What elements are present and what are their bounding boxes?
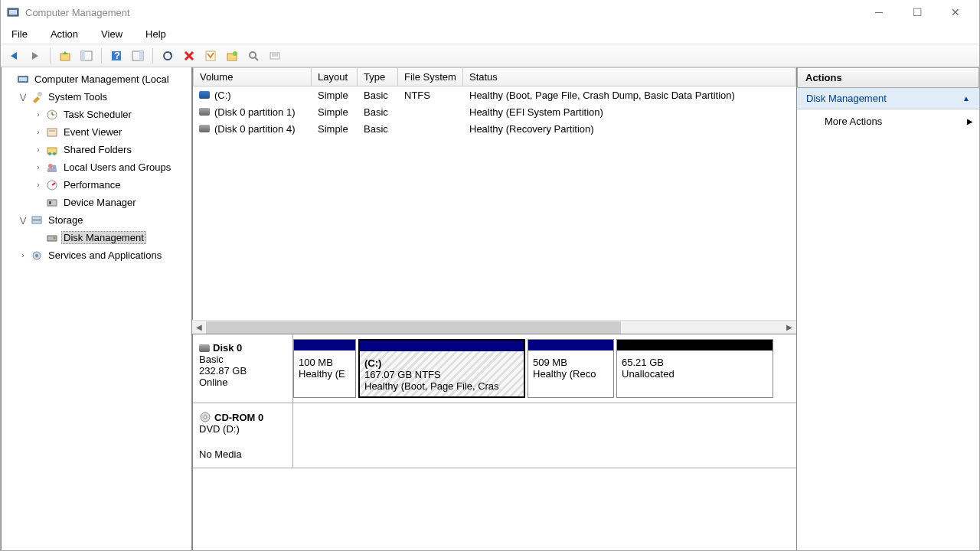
disk-label[interactable]: Disk 0 Basic 232.87 GB Online bbox=[193, 334, 292, 403]
settings-button[interactable] bbox=[266, 47, 283, 64]
tree-disk-management[interactable]: Disk Management bbox=[5, 229, 191, 246]
partition[interactable]: 100 MBHealthy (E bbox=[293, 339, 356, 398]
tree-performance[interactable]: ›Performance bbox=[5, 176, 191, 194]
col-layout[interactable]: Layout bbox=[312, 67, 358, 86]
delete-button[interactable] bbox=[181, 47, 198, 64]
app-icon bbox=[7, 6, 19, 18]
tree-shared-folders[interactable]: ›Shared Folders bbox=[5, 141, 191, 158]
tree-local-users[interactable]: ›Local Users and Groups bbox=[5, 158, 191, 176]
svg-point-39 bbox=[54, 236, 56, 239]
properties-button[interactable] bbox=[202, 47, 219, 64]
partition-unallocated[interactable]: 65.21 GBUnallocated bbox=[616, 339, 773, 398]
scroll-left-icon[interactable]: ◀ bbox=[192, 323, 206, 331]
svg-point-20 bbox=[38, 92, 42, 96]
cdrom-label[interactable]: CD-ROM 0 DVD (D:) No Media bbox=[193, 403, 292, 468]
svg-rect-4 bbox=[81, 51, 85, 60]
menu-file[interactable]: File bbox=[7, 27, 32, 41]
help-button[interactable]: ? bbox=[108, 47, 125, 64]
action-more[interactable]: More Actions ▶ bbox=[797, 109, 979, 133]
horizontal-scrollbar[interactable]: ◀ ▶ bbox=[192, 320, 796, 334]
up-button[interactable] bbox=[57, 47, 74, 64]
svg-rect-8 bbox=[139, 51, 143, 60]
tools-icon bbox=[31, 91, 43, 103]
actions-pane: Actions Disk Management ▲ More Actions ▶ bbox=[797, 67, 979, 551]
scroll-thumb[interactable] bbox=[206, 321, 621, 334]
show-hide-tree-button[interactable] bbox=[78, 47, 95, 64]
tree-task-scheduler[interactable]: ›Task Scheduler bbox=[5, 106, 191, 123]
svg-point-29 bbox=[48, 164, 53, 168]
clock-icon bbox=[46, 109, 58, 121]
action-section[interactable]: Disk Management ▲ bbox=[797, 88, 979, 109]
tree-storage[interactable]: ⋁Storage bbox=[5, 211, 191, 229]
partition[interactable]: 509 MBHealthy (Reco bbox=[528, 339, 614, 398]
drive-icon bbox=[199, 125, 210, 132]
tree-device-manager[interactable]: Device Manager bbox=[5, 194, 191, 211]
disk-icon bbox=[46, 232, 58, 244]
back-button[interactable] bbox=[5, 47, 22, 64]
collapse-icon: ▲ bbox=[962, 94, 970, 103]
volume-row[interactable]: (C:) Simple Basic NTFS Healthy (Boot, Pa… bbox=[193, 86, 796, 103]
disk-graphical-view: Disk 0 Basic 232.87 GB Online 100 MBHeal… bbox=[192, 334, 796, 551]
svg-point-12 bbox=[233, 51, 237, 56]
disk-row[interactable]: Disk 0 Basic 232.87 GB Online 100 MBHeal… bbox=[193, 334, 796, 403]
tree-event-viewer[interactable]: ›Event Viewer bbox=[5, 123, 191, 141]
new-button[interactable] bbox=[224, 47, 240, 64]
navigation-tree[interactable]: Computer Management (Local ⋁System Tools… bbox=[1, 67, 192, 551]
volume-list[interactable]: Volume Layout Type File System Status (C… bbox=[192, 67, 796, 320]
svg-rect-37 bbox=[32, 220, 41, 223]
col-volume[interactable]: Volume bbox=[193, 67, 312, 86]
volume-row[interactable]: (Disk 0 partition 1) Simple Basic Health… bbox=[193, 103, 796, 120]
svg-point-41 bbox=[35, 254, 38, 257]
maximize-button[interactable]: ☐ bbox=[906, 6, 929, 18]
event-icon bbox=[46, 126, 58, 139]
close-button[interactable]: ✕ bbox=[944, 6, 967, 18]
tree-system-tools[interactable]: ⋁System Tools bbox=[5, 88, 191, 106]
hdd-icon bbox=[199, 344, 210, 352]
scroll-right-icon[interactable]: ▶ bbox=[782, 323, 796, 331]
svg-rect-24 bbox=[47, 129, 57, 136]
menu-view[interactable]: View bbox=[96, 27, 127, 41]
computer-icon bbox=[17, 73, 29, 86]
submenu-icon: ▶ bbox=[967, 117, 973, 126]
svg-rect-35 bbox=[49, 201, 51, 204]
svg-rect-10 bbox=[206, 51, 215, 60]
tree-services[interactable]: ›Services and Applications bbox=[5, 246, 191, 264]
services-icon bbox=[31, 249, 43, 262]
menu-action[interactable]: Action bbox=[46, 27, 83, 41]
svg-rect-1 bbox=[9, 10, 17, 15]
svg-rect-31 bbox=[47, 168, 57, 172]
svg-rect-34 bbox=[47, 200, 57, 206]
action-pane-button[interactable] bbox=[129, 47, 146, 64]
tree-root[interactable]: Computer Management (Local bbox=[5, 70, 191, 88]
col-status[interactable]: Status bbox=[463, 67, 796, 86]
actions-header: Actions bbox=[797, 67, 979, 88]
cdrom-icon bbox=[199, 411, 211, 423]
center-pane: Volume Layout Type File System Status (C… bbox=[192, 67, 797, 551]
svg-point-13 bbox=[250, 52, 256, 58]
users-icon bbox=[46, 161, 58, 174]
drive-icon bbox=[199, 108, 210, 116]
forward-button[interactable] bbox=[27, 47, 44, 64]
partition-c[interactable]: (C:)167.07 GB NTFSHealthy (Boot, Page Fi… bbox=[358, 339, 525, 398]
svg-rect-19 bbox=[19, 77, 27, 81]
menu-help[interactable]: Help bbox=[141, 27, 171, 41]
svg-point-30 bbox=[53, 165, 57, 168]
col-type[interactable]: Type bbox=[358, 67, 398, 86]
storage-icon bbox=[31, 214, 43, 227]
volume-row[interactable]: (Disk 0 partition 4) Simple Basic Health… bbox=[193, 120, 796, 137]
find-button[interactable] bbox=[245, 47, 262, 64]
svg-point-27 bbox=[48, 152, 51, 155]
menubar: File Action View Help bbox=[1, 24, 979, 44]
col-filesystem[interactable]: File System bbox=[398, 67, 463, 86]
cdrom-row[interactable]: CD-ROM 0 DVD (D:) No Media bbox=[193, 403, 796, 468]
svg-rect-2 bbox=[60, 54, 70, 60]
svg-text:?: ? bbox=[114, 50, 120, 61]
shared-folder-icon bbox=[46, 144, 58, 156]
toolbar: ? bbox=[1, 44, 979, 67]
refresh-button[interactable] bbox=[159, 47, 176, 64]
drive-icon bbox=[199, 91, 210, 99]
titlebar: Computer Management ─ ☐ ✕ bbox=[1, 0, 979, 24]
minimize-button[interactable]: ─ bbox=[867, 6, 890, 18]
svg-point-43 bbox=[204, 416, 207, 419]
device-icon bbox=[46, 197, 58, 209]
